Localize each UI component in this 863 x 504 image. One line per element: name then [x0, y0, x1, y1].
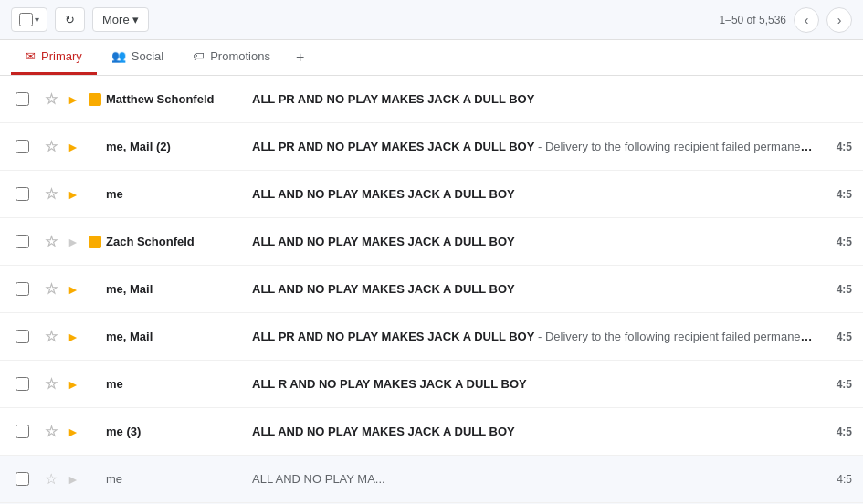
email-subject: ALL AND NO PLAY MAKES JACK A DULL BOY	[252, 425, 814, 438]
table-row[interactable]: ☆►me, MailALL PR AND NO PLAY MAKES JACK …	[0, 313, 863, 361]
star-icon[interactable]: ☆	[40, 375, 62, 393]
email-subject: ALL AND NO PLAY MAKES JACK A DULL BOY	[252, 282, 814, 296]
star-icon[interactable]: ☆	[40, 423, 62, 440]
next-icon: ›	[837, 13, 842, 27]
promotions-tab-label: Promotions	[210, 49, 270, 63]
star-icon[interactable]: ☆	[40, 280, 62, 298]
sender-name: me (3)	[106, 425, 252, 438]
important-marker[interactable]: ►	[62, 187, 84, 202]
sender-name: Zach Schonfeld	[106, 235, 252, 248]
email-time: 4:5	[814, 236, 859, 248]
sender-name: me	[106, 377, 252, 391]
email-subject: ALL PR AND NO PLAY MAKES JACK A DULL BOY…	[252, 330, 814, 343]
table-row[interactable]: ☆►meALL R AND NO PLAY MAKES JACK A DULL …	[0, 361, 863, 408]
prev-icon: ‹	[805, 13, 809, 27]
email-list: ☆►Matthew SchonfeldALL PR AND NO PLAY MA…	[0, 76, 863, 504]
email-subject: ALL R AND NO PLAY MAKES JACK A DULL BOY	[252, 377, 814, 391]
toolbar-right: 1–50 of 5,536 ‹ ›	[720, 7, 852, 33]
star-icon[interactable]: ☆	[40, 185, 62, 203]
sender-name: me, Mail	[106, 330, 252, 343]
email-subject: ALL PR AND NO PLAY MAKES JACK A DULL BOY…	[252, 140, 814, 153]
star-icon[interactable]: ☆	[40, 138, 62, 155]
email-time: 4:5	[814, 473, 859, 486]
more-button[interactable]: More ▾	[92, 7, 149, 32]
tab-bar: ✉ Primary 👥 Social 🏷 Promotions +	[0, 40, 863, 76]
row-checkbox[interactable]	[16, 425, 29, 438]
toolbar: ▾ ↻ More ▾ 1–50 of 5,536 ‹ ›	[0, 0, 863, 40]
important-marker[interactable]: ►	[62, 377, 84, 392]
row-checkbox-col	[4, 425, 40, 438]
email-subject: ALL PR AND NO PLAY MAKES JACK A DULL BOY	[252, 92, 814, 106]
email-time: 4:5	[814, 425, 859, 438]
tab-promotions[interactable]: 🏷 Promotions	[178, 40, 285, 75]
important-marker[interactable]: ►	[62, 235, 84, 249]
tab-primary[interactable]: ✉ Primary	[11, 40, 97, 75]
row-checkbox-col	[4, 140, 40, 153]
primary-tab-label: Primary	[41, 49, 82, 63]
tab-social[interactable]: 👥 Social	[97, 40, 178, 75]
important-marker[interactable]: ►	[62, 425, 84, 439]
toolbar-left: ▾ ↻ More ▾	[11, 7, 149, 32]
sender-name: me, Mail	[106, 282, 252, 296]
table-row[interactable]: ☆►me, Mail (2)ALL PR AND NO PLAY MAKES J…	[0, 123, 863, 171]
row-checkbox-col	[4, 377, 40, 391]
add-tab-button[interactable]: +	[285, 40, 315, 75]
row-checkbox-col	[4, 330, 40, 343]
table-row[interactable]: ☆►me, MailALL AND NO PLAY MAKES JACK A D…	[0, 266, 863, 313]
more-label: More ▾	[102, 13, 139, 26]
table-row[interactable]: ☆►meALL AND NO PLAY MAKES JACK A DULL BO…	[0, 171, 863, 218]
row-checkbox[interactable]	[16, 282, 29, 296]
email-time: 4:5	[814, 378, 859, 391]
important-marker[interactable]: ►	[62, 472, 84, 487]
sender-name: me	[106, 187, 252, 201]
folder-icon	[84, 236, 106, 248]
row-checkbox-col	[4, 92, 40, 106]
sender-name: me, Mail (2)	[106, 140, 252, 153]
row-checkbox-col	[4, 282, 40, 296]
star-icon[interactable]: ☆	[40, 233, 62, 250]
row-checkbox[interactable]	[16, 235, 29, 248]
important-marker[interactable]: ►	[62, 330, 84, 344]
refresh-button[interactable]: ↻	[55, 7, 85, 32]
email-subject: ALL AND NO PLAY MAKES JACK A DULL BOY	[252, 235, 814, 248]
social-tab-icon: 👥	[111, 49, 126, 63]
social-tab-label: Social	[132, 49, 163, 63]
email-time: 4:5	[814, 283, 859, 296]
promotions-tab-icon: 🏷	[193, 49, 205, 63]
row-checkbox[interactable]	[16, 377, 29, 391]
refresh-icon: ↻	[65, 13, 75, 26]
email-time: 4:5	[814, 331, 859, 343]
primary-tab-icon: ✉	[26, 49, 36, 63]
row-checkbox[interactable]	[16, 187, 29, 201]
row-checkbox-col	[4, 235, 40, 248]
email-subject: ALL AND NO PLAY MA...	[252, 472, 814, 486]
table-row[interactable]: ☆►me (3)ALL AND NO PLAY MAKES JACK A DUL…	[0, 408, 863, 456]
important-marker[interactable]: ►	[62, 92, 84, 107]
row-checkbox-col	[4, 187, 40, 201]
important-marker[interactable]: ►	[62, 282, 84, 297]
table-row[interactable]: ☆►Zach SchonfeldALL AND NO PLAY MAKES JA…	[0, 218, 863, 266]
row-checkbox[interactable]	[16, 140, 29, 153]
pagination-text: 1–50 of 5,536	[720, 14, 786, 26]
email-time: 4:5	[814, 141, 859, 153]
row-checkbox-col	[4, 472, 40, 486]
table-row[interactable]: ☆►meALL AND NO PLAY MA...4:5	[0, 456, 863, 503]
email-subject: ALL AND NO PLAY MAKES JACK A DULL BOY	[252, 187, 814, 201]
prev-page-button[interactable]: ‹	[794, 7, 819, 33]
star-icon[interactable]: ☆	[40, 328, 62, 345]
row-checkbox[interactable]	[16, 472, 29, 486]
important-marker[interactable]: ►	[62, 140, 84, 154]
star-icon[interactable]: ☆	[40, 470, 62, 488]
folder-icon	[84, 93, 106, 106]
next-page-button[interactable]: ›	[826, 7, 852, 33]
sender-name: Matthew Schonfeld	[106, 92, 252, 106]
email-time: 4:5	[814, 188, 859, 201]
select-all-input[interactable]	[19, 13, 33, 26]
sender-name: me	[106, 472, 252, 486]
row-checkbox[interactable]	[16, 330, 29, 343]
row-checkbox[interactable]	[16, 92, 29, 106]
select-all-checkbox[interactable]: ▾	[11, 7, 47, 32]
table-row[interactable]: ☆►Matthew SchonfeldALL PR AND NO PLAY MA…	[0, 76, 863, 123]
star-icon[interactable]: ☆	[40, 90, 62, 108]
